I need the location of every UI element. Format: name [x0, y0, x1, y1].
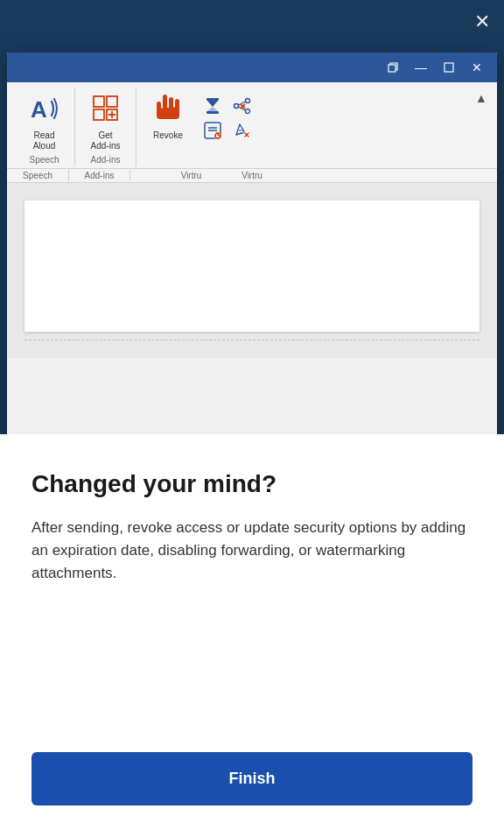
- addins-group-label: Add-ins: [91, 155, 121, 165]
- virtru-reader-icon: [203, 121, 222, 140]
- info-panel: Changed your mind? After sending, revoke…: [0, 434, 504, 837]
- ribbon: A Read Aloud Speech: [7, 82, 497, 183]
- svg-point-26: [246, 109, 250, 114]
- document-page: [24, 200, 480, 332]
- speech-group-label: Speech: [30, 155, 60, 165]
- word-titlebar: — ✕: [7, 53, 497, 82]
- ribbon-group-addins: Get Add-ins Add-ins: [75, 88, 136, 166]
- revoke-button[interactable]: Revoke: [144, 91, 192, 143]
- speech-items: A Read Aloud: [25, 91, 64, 153]
- close-icon: ✕: [472, 60, 482, 74]
- virtru-label-row: Virtru: [130, 170, 252, 181]
- read-aloud-button[interactable]: A Read Aloud: [25, 91, 64, 153]
- svg-point-25: [246, 99, 250, 103]
- svg-rect-14: [206, 98, 219, 101]
- word-close-button[interactable]: ✕: [464, 58, 490, 77]
- svg-rect-13: [157, 109, 179, 119]
- get-addins-label: Get Add-ins: [91, 130, 121, 151]
- svg-rect-15: [206, 111, 219, 114]
- svg-rect-0: [388, 65, 396, 72]
- speech-label-row: Speech: [7, 170, 68, 181]
- info-heading: Changed your mind?: [32, 469, 472, 499]
- top-bar: ✕: [0, 0, 504, 44]
- virtru-group-label: Virtru: [242, 171, 262, 180]
- svg-rect-5: [94, 109, 104, 120]
- ribbon-group-virtru: Revoke: [136, 88, 262, 166]
- virtru-reader-button[interactable]: [200, 119, 226, 142]
- read-aloud-label: Read Aloud: [33, 130, 56, 151]
- svg-point-24: [234, 104, 239, 109]
- word-minimize-button[interactable]: —: [408, 58, 434, 77]
- svg-rect-1: [444, 63, 453, 72]
- virtru-expiry-button[interactable]: [200, 95, 226, 117]
- revoke-icon: [152, 93, 184, 129]
- word-restore-button[interactable]: [380, 58, 406, 77]
- addins-items: Get Add-ins: [87, 91, 125, 153]
- word-maximize-button[interactable]: [436, 58, 462, 77]
- app-close-button[interactable]: ✕: [474, 12, 490, 32]
- read-aloud-icon: A: [29, 93, 60, 129]
- revoke-label: Revoke: [153, 130, 183, 141]
- virtru-watermark-button[interactable]: [229, 119, 256, 142]
- document-area: [7, 183, 497, 358]
- info-body: After sending, revoke access or update s…: [32, 517, 472, 717]
- virtru-disable-forward-button[interactable]: [229, 95, 256, 117]
- document-divider: [24, 340, 480, 341]
- ribbon-group-speech: A Read Aloud Speech: [14, 88, 75, 166]
- word-window: — ✕ A: [7, 53, 497, 455]
- get-addins-icon: [90, 93, 122, 129]
- svg-rect-3: [94, 96, 104, 107]
- get-addins-button[interactable]: Get Add-ins: [87, 91, 125, 153]
- virtru-watermark-icon: [233, 121, 252, 140]
- ribbon-collapse-button[interactable]: ▲: [472, 89, 490, 107]
- maximize-icon: [444, 62, 454, 73]
- ribbon-groups: A Read Aloud Speech: [7, 86, 497, 168]
- minimize-icon: —: [415, 61, 427, 74]
- virtru-disable-forward-icon: [233, 96, 252, 116]
- svg-text:A: A: [31, 96, 47, 123]
- addins-label-row: Add-ins: [68, 170, 130, 181]
- finish-button[interactable]: Finish: [32, 752, 472, 805]
- svg-rect-4: [107, 96, 117, 107]
- restore-icon: [388, 62, 398, 73]
- virtru-expiry-icon: [203, 96, 222, 116]
- chevron-up-icon: ▲: [475, 91, 487, 105]
